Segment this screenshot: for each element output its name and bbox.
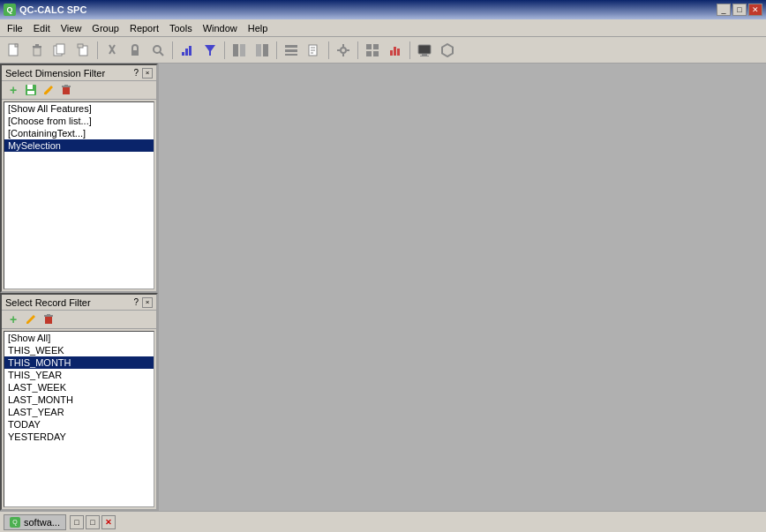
main-content-area	[159, 64, 766, 511]
list-item[interactable]: [Choose from list...]	[4, 115, 154, 127]
svg-rect-24	[285, 54, 297, 56]
app-icon: Q	[4, 4, 16, 16]
list-item[interactable]: LAST_YEAR	[4, 406, 154, 418]
menu-window[interactable]: Window	[198, 20, 243, 36]
svg-rect-21	[263, 44, 268, 56]
close-button[interactable]: ✕	[748, 4, 762, 16]
svg-rect-42	[422, 54, 427, 56]
rec-edit-btn[interactable]	[23, 312, 39, 326]
svg-rect-41	[418, 45, 431, 54]
menu-file[interactable]: File	[2, 20, 28, 36]
rec-delete-btn[interactable]	[41, 312, 56, 326]
tb-chart2-btn[interactable]	[385, 41, 406, 60]
dim-edit-btn[interactable]	[41, 83, 56, 97]
taskbar-close-btn[interactable]: ✕	[101, 515, 116, 529]
record-help-btn[interactable]: ?	[133, 297, 139, 307]
svg-rect-4	[35, 44, 39, 46]
dimension-help-btn[interactable]: ?	[133, 68, 139, 78]
svg-rect-47	[27, 91, 34, 94]
tb-list-btn[interactable]	[281, 41, 302, 60]
menu-group[interactable]: Group	[86, 20, 124, 36]
svg-point-12	[154, 46, 161, 53]
taskbar-label: softwa...	[24, 517, 60, 528]
tb-icon2-btn[interactable]	[252, 41, 273, 60]
title-bar: Q QC-CALC SPC _ □ ✕	[0, 0, 766, 19]
svg-rect-8	[78, 44, 83, 48]
svg-rect-30	[342, 44, 344, 47]
list-item-selected[interactable]: MySelection	[4, 139, 154, 152]
svg-rect-35	[373, 44, 379, 49]
rec-add-btn[interactable]: +	[5, 312, 21, 326]
svg-rect-37	[373, 51, 379, 56]
toolbar-sep-7	[409, 41, 410, 59]
taskbar-app-icon: Q	[10, 517, 20, 528]
svg-rect-20	[256, 44, 261, 56]
toolbar-sep-6	[357, 41, 358, 59]
svg-rect-14	[182, 52, 184, 56]
left-panel: Select Dimension Filter ? × + [	[0, 64, 159, 511]
maximize-button[interactable]: □	[732, 4, 747, 16]
record-filter-list[interactable]: [Show All] THIS_WEEK THIS_MONTH THIS_YEA…	[4, 331, 154, 507]
toolbar-sep-2	[172, 41, 173, 59]
svg-rect-3	[33, 46, 41, 48]
tb-filter-btn[interactable]	[199, 41, 221, 60]
svg-rect-16	[189, 46, 192, 56]
tb-cut-btn[interactable]	[101, 41, 123, 60]
list-item-selected[interactable]: THIS_MONTH	[4, 356, 154, 369]
dim-delete-btn[interactable]	[58, 83, 74, 97]
tb-icon1-btn[interactable]	[229, 41, 250, 60]
list-item[interactable]: [Show All Features]	[4, 102, 154, 115]
tb-search-btn[interactable]	[147, 41, 169, 60]
list-item[interactable]: LAST_MONTH	[4, 393, 154, 406]
dimension-filter-list[interactable]: [Show All Features] [Choose from list...…	[4, 101, 154, 289]
taskbar-restore-btn[interactable]: □	[70, 515, 84, 529]
taskbar-maximize-btn[interactable]: □	[86, 515, 100, 529]
list-item[interactable]: [ContainingText...]	[4, 127, 154, 139]
tb-monitor-btn[interactable]	[414, 41, 435, 60]
record-panel-actions: ? ×	[133, 297, 153, 308]
tb-edit-btn[interactable]	[304, 41, 325, 60]
record-close-btn[interactable]: ×	[142, 297, 153, 308]
list-item[interactable]: [Show All]	[4, 332, 154, 344]
record-panel-title: Select Record Filter	[5, 297, 91, 308]
tb-paste-btn[interactable]	[72, 41, 94, 60]
svg-rect-15	[185, 49, 188, 56]
menu-tools[interactable]: Tools	[164, 20, 198, 36]
dim-save-btn[interactable]	[23, 83, 39, 97]
taskbar-item[interactable]: Q softwa...	[4, 514, 66, 530]
tb-copy-btn[interactable]	[49, 41, 71, 60]
list-item[interactable]: YESTERDAY	[4, 431, 154, 443]
app-title: QC-CALC SPC	[19, 4, 86, 15]
tb-settings-btn[interactable]	[333, 41, 354, 60]
toolbar-sep-1	[97, 41, 98, 59]
menu-view[interactable]: View	[56, 20, 87, 36]
record-panel-title-bar: Select Record Filter ? ×	[2, 295, 156, 311]
minimize-button[interactable]: _	[717, 4, 731, 16]
menu-help[interactable]: Help	[243, 20, 274, 36]
svg-line-13	[160, 52, 163, 56]
list-item[interactable]: LAST_WEEK	[4, 381, 154, 393]
list-item[interactable]: THIS_YEAR	[4, 369, 154, 381]
list-item[interactable]: TODAY	[4, 418, 154, 431]
tb-hex-btn[interactable]	[437, 41, 458, 60]
tb-new-btn[interactable]	[4, 41, 25, 60]
svg-rect-43	[420, 56, 429, 56]
menu-bar: File Edit View Group Report Tools Window…	[0, 19, 766, 37]
dim-add-btn[interactable]: +	[5, 83, 21, 97]
svg-point-29	[341, 48, 346, 53]
tb-lock-btn[interactable]	[124, 41, 146, 60]
svg-rect-1	[15, 44, 18, 47]
list-item[interactable]: THIS_WEEK	[4, 344, 154, 356]
svg-rect-50	[63, 87, 70, 94]
tb-grid1-btn[interactable]	[362, 41, 383, 60]
menu-report[interactable]: Report	[124, 20, 164, 36]
dimension-close-btn[interactable]: ×	[142, 68, 153, 79]
menu-edit[interactable]: Edit	[28, 20, 56, 36]
tb-delete-btn[interactable]	[26, 41, 48, 60]
svg-rect-6	[56, 44, 64, 54]
tb-chart-btn[interactable]	[176, 41, 198, 60]
svg-rect-52	[64, 85, 68, 86]
svg-rect-33	[347, 49, 349, 51]
dimension-filter-panel: Select Dimension Filter ? × + [	[0, 64, 158, 293]
svg-rect-36	[366, 51, 372, 56]
